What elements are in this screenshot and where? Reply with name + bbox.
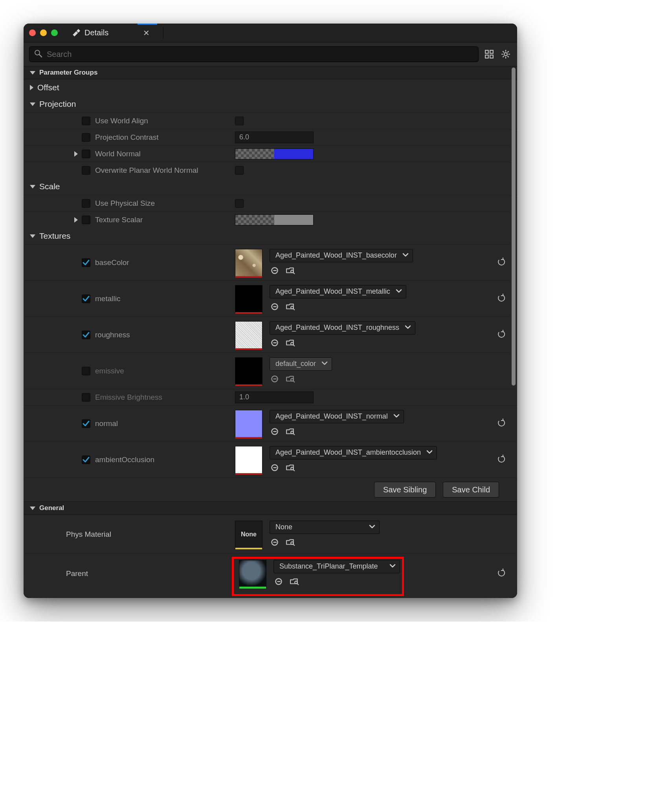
- texture-thumbnail[interactable]: [235, 446, 262, 474]
- asset-dropdown[interactable]: default_color: [270, 357, 332, 371]
- bool-value-checkbox[interactable]: [235, 199, 244, 208]
- asset-dropdown[interactable]: Aged_Painted_Wood_INST_ambientocclusion: [270, 446, 437, 459]
- window-close-button[interactable]: [29, 29, 36, 36]
- category-general[interactable]: General: [24, 501, 517, 515]
- bool-value-checkbox[interactable]: [235, 117, 244, 125]
- reset-icon[interactable]: [497, 568, 505, 579]
- window-maximize-button[interactable]: [51, 29, 58, 36]
- reset-icon[interactable]: [497, 418, 505, 429]
- use-asset-icon[interactable]: [270, 426, 280, 437]
- param-label: roughness: [95, 331, 130, 339]
- category-parameter-groups[interactable]: Parameter Groups: [24, 66, 517, 79]
- section-label: Textures: [39, 231, 70, 241]
- row-metallic: metallic Aged_Painted_Wood_INST_metallic: [24, 280, 517, 316]
- texture-thumbnail[interactable]: [235, 357, 262, 385]
- chevron-right-icon: [30, 85, 33, 90]
- browse-asset-icon[interactable]: [285, 302, 295, 312]
- browse-asset-icon[interactable]: [285, 426, 295, 437]
- param-label: Use Physical Size: [95, 199, 155, 208]
- reset-icon[interactable]: [497, 454, 505, 465]
- chevron-down-icon: [402, 251, 409, 260]
- browse-asset-icon[interactable]: [289, 576, 299, 587]
- asset-thumbnail-none[interactable]: None: [235, 521, 262, 548]
- browse-asset-icon[interactable]: [285, 338, 295, 348]
- section-textures[interactable]: Textures: [24, 228, 517, 244]
- reset-icon[interactable]: [497, 293, 505, 304]
- reset-icon[interactable]: [497, 257, 505, 268]
- chevron-right-icon[interactable]: [74, 217, 78, 223]
- override-checkbox[interactable]: [82, 294, 90, 303]
- override-checkbox[interactable]: [82, 331, 90, 339]
- asset-dropdown[interactable]: Substance_TriPlanar_Template: [273, 560, 400, 573]
- row-parent: Parent Substance_TriPlanar_Template: [24, 553, 517, 593]
- search-row: [24, 42, 517, 66]
- use-asset-icon[interactable]: [273, 576, 284, 587]
- chevron-right-icon[interactable]: [74, 151, 78, 157]
- texture-thumbnail[interactable]: [235, 285, 262, 313]
- override-checkbox[interactable]: [82, 419, 90, 428]
- reset-icon[interactable]: [497, 329, 505, 340]
- use-asset-icon[interactable]: [270, 537, 280, 547]
- chevron-down-icon: [30, 234, 35, 238]
- asset-dropdown[interactable]: Aged_Painted_Wood_INST_normal: [270, 410, 404, 423]
- save-sibling-button[interactable]: Save Sibling: [374, 482, 436, 497]
- browse-asset-icon[interactable]: [285, 463, 295, 473]
- color-swatch[interactable]: [235, 214, 314, 225]
- asset-thumbnail[interactable]: [239, 560, 266, 587]
- chevron-down-icon: [369, 523, 375, 531]
- save-child-button[interactable]: Save Child: [443, 482, 499, 497]
- browse-asset-icon[interactable]: [285, 374, 295, 384]
- search-input[interactable]: [46, 49, 473, 59]
- details-panel-window: Details ✕ Parameter Groups Offset: [24, 24, 517, 598]
- chevron-down-icon: [321, 360, 328, 368]
- use-asset-icon[interactable]: [270, 265, 280, 276]
- section-scale[interactable]: Scale: [24, 178, 517, 195]
- row-emissive-brightness: Emissive Brightness 1.0: [24, 389, 517, 405]
- asset-dropdown[interactable]: None: [270, 521, 380, 534]
- scrollbar[interactable]: [512, 68, 516, 386]
- settings-button[interactable]: [500, 48, 512, 60]
- texture-thumbnail[interactable]: [235, 410, 262, 437]
- texture-thumbnail[interactable]: [235, 249, 262, 276]
- override-checkbox[interactable]: [82, 455, 90, 464]
- search-box[interactable]: [29, 46, 479, 62]
- browse-asset-icon[interactable]: [285, 265, 295, 276]
- tab-details[interactable]: Details ✕: [67, 24, 154, 42]
- override-checkbox[interactable]: [82, 133, 90, 142]
- float-input[interactable]: 1.0: [235, 391, 314, 403]
- row-ambient-occlusion: ambientOcclusion Aged_Painted_Wood_INST_…: [24, 441, 517, 477]
- use-asset-icon[interactable]: [270, 463, 280, 473]
- override-checkbox[interactable]: [82, 216, 90, 224]
- browse-asset-icon[interactable]: [285, 537, 295, 547]
- override-checkbox[interactable]: [82, 393, 90, 402]
- save-buttons-row: Save Sibling Save Child: [24, 477, 517, 501]
- use-asset-icon[interactable]: [270, 302, 280, 312]
- param-label: emissive: [95, 367, 124, 375]
- asset-dropdown[interactable]: Aged_Painted_Wood_INST_roughness: [270, 321, 415, 335]
- row-phys-material: Phys Material None None: [24, 515, 517, 553]
- param-label: metallic: [95, 294, 120, 303]
- float-input[interactable]: 6.0: [235, 132, 314, 143]
- use-asset-icon[interactable]: [270, 338, 280, 348]
- row-basecolor: baseColor Aged_Painted_Wood_INST_basecol…: [24, 244, 517, 280]
- asset-dropdown[interactable]: Aged_Painted_Wood_INST_metallic: [270, 285, 406, 298]
- use-asset-icon[interactable]: [270, 374, 280, 384]
- texture-thumbnail[interactable]: [235, 321, 262, 349]
- tab-close-button[interactable]: ✕: [143, 28, 150, 38]
- param-label: Emissive Brightness: [95, 393, 162, 402]
- override-checkbox[interactable]: [82, 166, 90, 175]
- property-matrix-button[interactable]: [483, 48, 495, 60]
- color-swatch[interactable]: [235, 148, 314, 159]
- override-checkbox[interactable]: [82, 258, 90, 267]
- chevron-down-icon: [405, 324, 411, 332]
- section-projection[interactable]: Projection: [24, 96, 517, 112]
- window-minimize-button[interactable]: [40, 29, 47, 36]
- override-checkbox[interactable]: [82, 199, 90, 208]
- override-checkbox[interactable]: [82, 117, 90, 125]
- asset-dropdown[interactable]: Aged_Painted_Wood_INST_basecolor: [270, 249, 413, 262]
- category-label: General: [39, 504, 64, 512]
- bool-value-checkbox[interactable]: [235, 166, 244, 175]
- override-checkbox[interactable]: [82, 367, 90, 375]
- section-offset[interactable]: Offset: [24, 79, 517, 96]
- override-checkbox[interactable]: [82, 150, 90, 158]
